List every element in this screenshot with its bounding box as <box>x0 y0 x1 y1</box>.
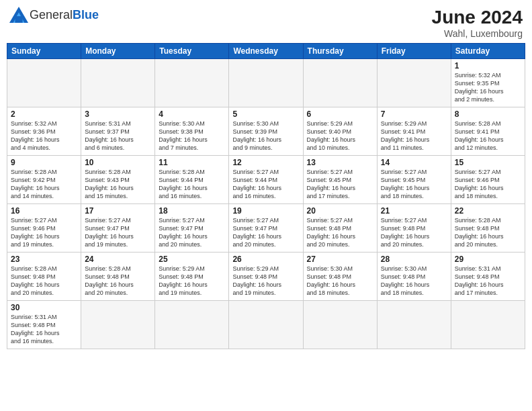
day-info-text: Sunset: 9:44 PM <box>159 177 204 183</box>
day-info-text: Sunset: 9:44 PM <box>232 177 277 183</box>
day-number: 12 <box>232 158 299 167</box>
day-number: 24 <box>85 255 151 264</box>
day-info-text: Sunset: 9:36 PM <box>11 128 56 135</box>
day-info-text: Sunset: 9:45 PM <box>381 177 426 183</box>
day-info-text: and 17 minutes. <box>455 289 498 296</box>
logo-area: GeneralBlue <box>9 7 99 23</box>
calendar-row-0: 1Sunrise: 5:32 AMSunset: 9:35 PMDaylight… <box>7 59 525 107</box>
day-info-text: Sunset: 9:39 PM <box>232 128 277 135</box>
day-number: 14 <box>381 158 447 167</box>
location-subtitle: Wahl, Luxembourg <box>432 28 523 39</box>
day-info-text: Sunrise: 5:27 AM <box>307 217 353 224</box>
day-info-text: Daylight: 16 hours <box>232 136 281 143</box>
day-info-text: Sunrise: 5:28 AM <box>159 169 205 175</box>
day-info-text: Daylight: 16 hours <box>159 185 208 191</box>
day-info-text: Sunset: 9:48 PM <box>11 322 56 328</box>
day-info-text: Sunset: 9:48 PM <box>381 225 426 232</box>
day-info-text: and 19 minutes. <box>232 289 275 296</box>
day-info-text: and 20 minutes. <box>85 289 128 296</box>
table-cell-3: 3Sunrise: 5:31 AMSunset: 9:37 PMDaylight… <box>81 107 155 156</box>
table-cell-empty <box>7 59 81 107</box>
table-cell-19: 19Sunrise: 5:27 AMSunset: 9:47 PMDayligh… <box>229 204 303 253</box>
day-info-text: Sunset: 9:45 PM <box>307 177 352 183</box>
day-number: 15 <box>455 158 521 167</box>
day-info-text: Sunset: 9:43 PM <box>85 177 130 183</box>
logo-text: GeneralBlue <box>30 8 99 22</box>
day-info-text: Sunrise: 5:32 AM <box>11 120 57 127</box>
day-info-text: Sunrise: 5:27 AM <box>159 217 205 224</box>
table-cell-empty <box>303 301 377 349</box>
day-info-text: Sunrise: 5:29 AM <box>381 120 427 127</box>
day-number: 11 <box>159 158 225 167</box>
day-info-text: Sunset: 9:48 PM <box>307 225 352 232</box>
day-info-text: Sunrise: 5:31 AM <box>11 314 57 320</box>
table-cell-empty <box>155 301 229 349</box>
day-info-text: Sunrise: 5:27 AM <box>85 217 131 224</box>
day-info-text: and 20 minutes. <box>159 241 202 248</box>
table-cell-11: 11Sunrise: 5:28 AMSunset: 9:44 PMDayligh… <box>155 156 229 204</box>
day-info-text: and 9 minutes. <box>232 144 272 151</box>
calendar-row-2: 9Sunrise: 5:28 AMSunset: 9:42 PMDaylight… <box>7 156 525 204</box>
day-number: 30 <box>11 303 77 312</box>
day-info-text: Daylight: 16 hours <box>307 136 356 143</box>
day-info-text: and 10 minutes. <box>307 144 350 151</box>
day-number: 18 <box>159 206 225 216</box>
day-info-text: Sunrise: 5:32 AM <box>455 72 501 79</box>
day-info-text: Sunrise: 5:27 AM <box>11 217 57 224</box>
day-info-text: Daylight: 16 hours <box>381 281 430 288</box>
table-cell-empty <box>81 301 155 349</box>
calendar-row-4: 23Sunrise: 5:28 AMSunset: 9:48 PMDayligh… <box>7 253 525 301</box>
table-cell-empty <box>229 301 303 349</box>
table-cell-1: 1Sunrise: 5:32 AMSunset: 9:35 PMDaylight… <box>451 59 525 107</box>
day-number: 4 <box>159 109 225 119</box>
day-number: 2 <box>11 109 77 119</box>
header-monday: Monday <box>81 44 155 59</box>
day-info-text: Sunset: 9:48 PM <box>11 273 56 280</box>
day-info-text: Sunset: 9:42 PM <box>11 177 56 183</box>
day-info-text: Sunset: 9:47 PM <box>232 225 277 232</box>
day-info-text: Sunset: 9:47 PM <box>85 225 130 232</box>
day-number: 3 <box>85 109 151 119</box>
day-info-text: Daylight: 16 hours <box>11 281 60 288</box>
table-cell-25: 25Sunrise: 5:29 AMSunset: 9:48 PMDayligh… <box>155 253 229 301</box>
day-number: 10 <box>85 158 151 167</box>
day-number: 7 <box>381 109 447 119</box>
day-info-text: Daylight: 16 hours <box>307 281 356 288</box>
day-info-text: and 20 minutes. <box>307 241 350 248</box>
day-info-text: Sunrise: 5:31 AM <box>455 265 501 272</box>
day-number: 27 <box>307 255 373 264</box>
day-info-text: Daylight: 16 hours <box>159 281 208 288</box>
table-cell-4: 4Sunrise: 5:30 AMSunset: 9:38 PMDaylight… <box>155 107 229 156</box>
table-cell-13: 13Sunrise: 5:27 AMSunset: 9:45 PMDayligh… <box>303 156 377 204</box>
table-cell-16: 16Sunrise: 5:27 AMSunset: 9:46 PMDayligh… <box>7 204 81 253</box>
day-info-text: Sunset: 9:38 PM <box>159 128 204 135</box>
day-info-text: and 18 minutes. <box>307 289 350 296</box>
table-cell-23: 23Sunrise: 5:28 AMSunset: 9:48 PMDayligh… <box>7 253 81 301</box>
table-cell-26: 26Sunrise: 5:29 AMSunset: 9:48 PMDayligh… <box>229 253 303 301</box>
table-cell-9: 9Sunrise: 5:28 AMSunset: 9:42 PMDaylight… <box>7 156 81 204</box>
day-info-text: and 20 minutes. <box>11 289 54 296</box>
day-info-text: Daylight: 16 hours <box>381 185 430 191</box>
day-info-text: Sunrise: 5:27 AM <box>381 169 427 175</box>
day-number: 28 <box>381 255 447 264</box>
day-info-text: and 14 minutes. <box>11 193 54 199</box>
day-info-text: and 7 minutes. <box>159 144 198 151</box>
day-info-text: Sunset: 9:48 PM <box>85 273 130 280</box>
day-info-text: Daylight: 16 hours <box>232 233 281 240</box>
day-info-text: Sunrise: 5:27 AM <box>232 169 279 175</box>
day-info-text: Sunset: 9:48 PM <box>455 225 500 232</box>
day-info-text: Sunset: 9:40 PM <box>307 128 352 135</box>
day-info-text: Sunset: 9:48 PM <box>307 273 352 280</box>
day-info-text: Daylight: 16 hours <box>381 233 430 240</box>
header-friday: Friday <box>377 44 451 59</box>
day-info-text: Daylight: 16 hours <box>455 233 504 240</box>
header-sunday: Sunday <box>7 44 81 59</box>
table-cell-8: 8Sunrise: 5:28 AMSunset: 9:41 PMDaylight… <box>451 107 525 156</box>
day-info-text: Sunrise: 5:28 AM <box>85 169 131 175</box>
day-info-text: Daylight: 16 hours <box>11 185 60 191</box>
day-info-text: Daylight: 16 hours <box>307 185 356 191</box>
day-number: 19 <box>232 206 299 216</box>
calendar-row-3: 16Sunrise: 5:27 AMSunset: 9:46 PMDayligh… <box>7 204 525 253</box>
page: GeneralBlue June 2024 Wahl, Luxembourg S… <box>0 0 532 411</box>
day-number: 5 <box>232 109 299 119</box>
